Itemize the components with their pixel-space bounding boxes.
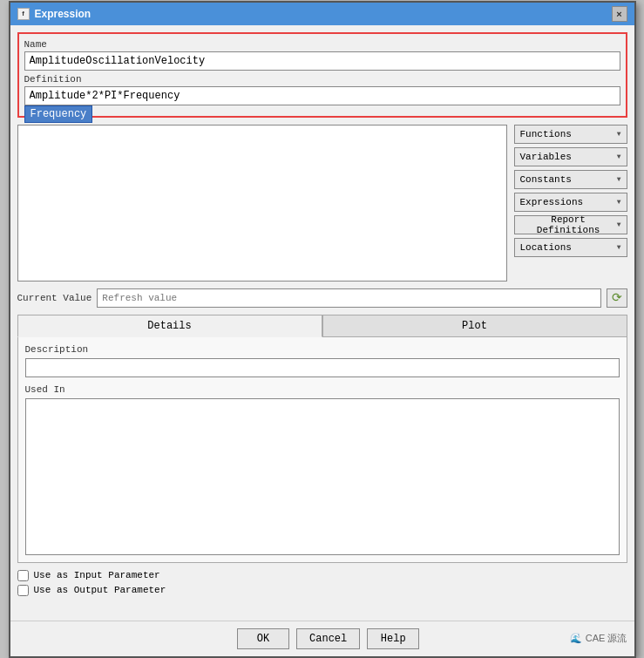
bottom-bar: OK Cancel Help 🌊 CAE 源流: [10, 621, 634, 656]
main-content-area: Functions ▼ Variables ▼ Constants ▼ Expr…: [17, 125, 627, 282]
current-value-label: Current Value: [17, 293, 92, 303]
variables-label: Variables: [520, 152, 572, 162]
expressions-button[interactable]: Expressions ▼: [514, 193, 627, 212]
watermark-text: CAE 源流: [586, 632, 627, 645]
report-definitions-button[interactable]: Report Definitions ▼: [514, 215, 627, 234]
autocomplete-dropdown[interactable]: Frequency: [24, 105, 93, 123]
help-button[interactable]: Help: [367, 628, 419, 649]
tab-plot[interactable]: Plot: [322, 315, 627, 336]
name-definition-box: Name Definition Frequency: [17, 32, 627, 118]
output-param-checkbox[interactable]: [17, 585, 29, 596]
dialog-body: Name Definition Frequency Functions: [10, 25, 634, 621]
definition-input[interactable]: [24, 86, 620, 105]
input-param-row: Use as Input Parameter: [17, 570, 627, 581]
functions-button[interactable]: Functions ▼: [514, 125, 627, 144]
constants-arrow-icon: ▼: [617, 175, 621, 183]
dialog-title: Expression: [35, 8, 92, 20]
expressions-label: Expressions: [520, 197, 584, 207]
description-input[interactable]: [25, 358, 620, 377]
cancel-button[interactable]: Cancel: [296, 628, 360, 649]
definition-field-group: Definition Frequency: [24, 74, 620, 105]
refresh-icon: ⟳: [612, 290, 622, 305]
definition-wrapper: Frequency: [24, 86, 620, 105]
refresh-button[interactable]: ⟳: [607, 288, 627, 308]
current-value-input[interactable]: [97, 288, 600, 308]
name-label: Name: [24, 39, 620, 50]
expressions-arrow-icon: ▼: [617, 198, 621, 206]
report-definitions-label: Report Definitions: [520, 214, 617, 235]
input-param-label: Use as Input Parameter: [34, 570, 160, 580]
description-label: Description: [25, 344, 620, 355]
locations-button[interactable]: Locations ▼: [514, 238, 627, 257]
action-buttons: OK Cancel Help: [87, 628, 570, 649]
name-field-group: Name: [24, 39, 620, 71]
tab-content: Description Used In: [17, 337, 627, 563]
functions-label: Functions: [520, 129, 572, 139]
buttons-column: Functions ▼ Variables ▼ Constants ▼ Expr…: [514, 125, 627, 282]
locations-label: Locations: [520, 242, 572, 253]
tab-details[interactable]: Details: [17, 315, 322, 337]
title-bar-left: f Expression: [17, 8, 92, 20]
functions-arrow-icon: ▼: [617, 130, 621, 138]
watermark: 🌊 CAE 源流: [570, 632, 627, 645]
input-param-checkbox[interactable]: [17, 570, 29, 581]
ok-button[interactable]: OK: [237, 628, 289, 649]
name-input[interactable]: [24, 51, 620, 71]
checkboxes-section: Use as Input Parameter Use as Output Par…: [17, 563, 627, 607]
variables-arrow-icon: ▼: [617, 153, 621, 160]
close-button[interactable]: ×: [612, 6, 627, 22]
output-param-row: Use as Output Parameter: [17, 585, 627, 596]
constants-label: Constants: [520, 174, 572, 185]
current-value-row: Current Value ⟳: [17, 288, 627, 308]
tabs-row: Details Plot: [17, 315, 627, 337]
expression-dialog: f Expression × Name Definition Frequency: [9, 1, 636, 658]
used-in-area: [25, 398, 620, 555]
variables-button[interactable]: Variables ▼: [514, 147, 627, 166]
definition-area: [17, 125, 507, 282]
locations-arrow-icon: ▼: [617, 243, 621, 251]
report-definitions-arrow-icon: ▼: [617, 220, 621, 228]
watermark-icon: 🌊: [570, 633, 582, 644]
title-bar: f Expression ×: [10, 3, 634, 25]
output-param-label: Use as Output Parameter: [34, 585, 166, 595]
constants-button[interactable]: Constants ▼: [514, 170, 627, 189]
definition-label: Definition: [24, 74, 620, 85]
dialog-icon: f: [17, 8, 30, 20]
definition-textarea[interactable]: [17, 125, 507, 282]
used-in-label: Used In: [25, 384, 620, 395]
